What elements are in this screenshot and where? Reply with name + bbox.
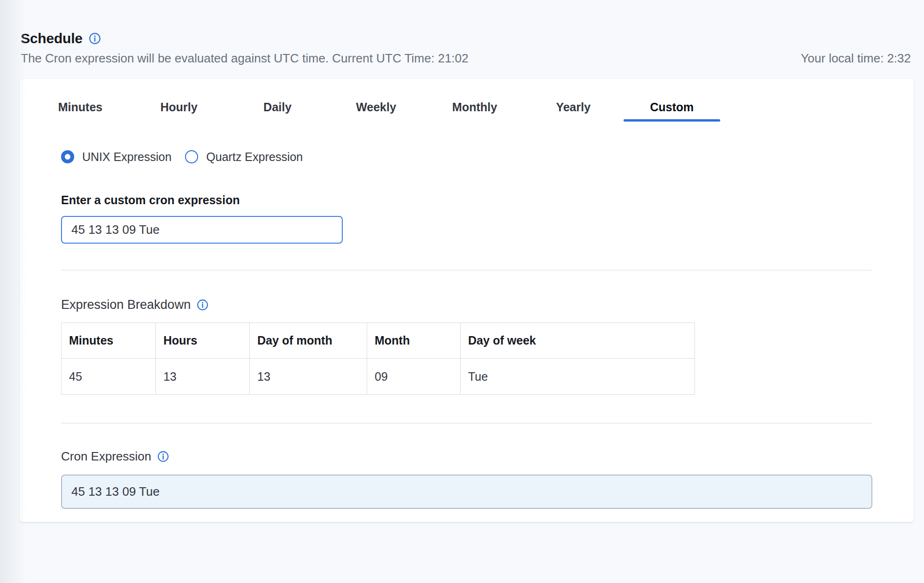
- value-minutes: 45: [62, 359, 156, 395]
- tab-minutes[interactable]: Minutes: [31, 100, 130, 122]
- breakdown-table: Minutes Hours Day of month Month Day of …: [61, 322, 695, 395]
- tab-weekly[interactable]: Weekly: [327, 100, 425, 122]
- value-month: 09: [367, 359, 461, 395]
- info-icon[interactable]: [197, 299, 208, 311]
- tab-monthly[interactable]: Monthly: [425, 100, 524, 122]
- divider: [61, 423, 872, 423]
- value-day-of-month: 13: [250, 359, 367, 395]
- schedule-page: { "header": { "title": "Schedule", "subt…: [0, 0, 924, 583]
- divider: [61, 270, 872, 270]
- quartz-expression-label: Quartz Expression: [206, 150, 303, 164]
- custom-cron-label: Enter a custom cron expression: [61, 193, 872, 207]
- schedule-tabs: Minutes Hourly Daily Weekly Monthly Year…: [31, 100, 914, 122]
- value-day-of-week: Tue: [461, 359, 695, 395]
- utc-time-subtitle: The Cron expression will be evaluated ag…: [21, 50, 469, 66]
- radio-unselected-icon[interactable]: [185, 150, 198, 163]
- tab-hourly[interactable]: Hourly: [130, 100, 228, 122]
- breakdown-value-row: 45 13 13 09 Tue: [62, 359, 695, 395]
- col-minutes: Minutes: [62, 323, 156, 359]
- col-day-of-month: Day of month: [250, 323, 367, 359]
- value-hours: 13: [156, 359, 250, 395]
- quartz-expression-radio[interactable]: Quartz Expression: [185, 150, 303, 164]
- schedule-card: Minutes Hourly Daily Weekly Monthly Year…: [20, 79, 914, 522]
- cron-expression-label: Cron Expression: [61, 448, 151, 464]
- info-icon[interactable]: [89, 32, 101, 45]
- tab-yearly[interactable]: Yearly: [524, 100, 623, 122]
- expression-type-radio-group: UNIX Expression Quartz Expression: [61, 150, 872, 164]
- cron-expression-value: 45 13 13 09 Tue: [71, 484, 160, 499]
- tab-custom[interactable]: Custom: [623, 100, 721, 122]
- expression-breakdown-title: Expression Breakdown: [61, 297, 191, 313]
- custom-cron-input[interactable]: [61, 216, 343, 244]
- page-title: Schedule: [21, 30, 83, 47]
- unix-expression-label: UNIX Expression: [82, 150, 171, 164]
- col-day-of-week: Day of week: [461, 323, 695, 359]
- radio-selected-icon[interactable]: [61, 150, 74, 163]
- local-time-text: Your local time: 2:32: [801, 50, 911, 66]
- tab-daily[interactable]: Daily: [228, 100, 327, 122]
- col-month: Month: [367, 323, 461, 359]
- col-hours: Hours: [156, 323, 250, 359]
- breakdown-header-row: Minutes Hours Day of month Month Day of …: [62, 323, 695, 359]
- schedule-header: Schedule The Cron expression will be eva…: [0, 0, 924, 66]
- cron-expression-readonly-field[interactable]: 45 13 13 09 Tue: [61, 475, 872, 509]
- info-icon[interactable]: [157, 451, 169, 462]
- unix-expression-radio[interactable]: UNIX Expression: [61, 150, 171, 164]
